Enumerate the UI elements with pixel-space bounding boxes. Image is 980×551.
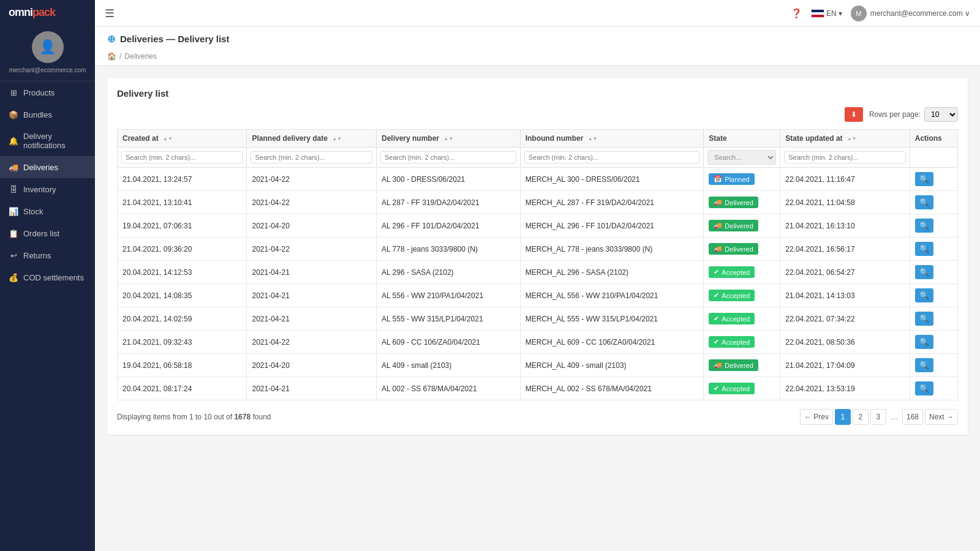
help-icon[interactable]: ❓ bbox=[791, 8, 802, 19]
rows-per-page-select[interactable]: 102550100 bbox=[924, 107, 958, 122]
table-row: 21.04.2021, 13:10:41 2021-04-22 AL 287 -… bbox=[118, 191, 958, 214]
cell-state: ✔ Accepted bbox=[704, 377, 780, 400]
col-header-planned_delivery_date[interactable]: Planned delivery date ▲▼ bbox=[247, 130, 376, 148]
view-button[interactable]: 🔍 bbox=[915, 265, 933, 279]
pagination-prev[interactable]: ← Prev bbox=[800, 409, 833, 425]
sort-icon: ▲▼ bbox=[443, 137, 453, 141]
view-button[interactable]: 🔍 bbox=[915, 288, 933, 302]
sidebar-item-cod-settlements[interactable]: 💰COD settlements bbox=[0, 266, 95, 288]
language-selector[interactable]: EN ▾ bbox=[811, 9, 842, 18]
content-area: Delivery list ⬇ Rows per page: 102550100… bbox=[95, 66, 980, 551]
filter-state-select[interactable]: Search... bbox=[707, 150, 776, 165]
breadcrumb-separator: / bbox=[119, 52, 121, 61]
state-badge: 🚚 Delivered bbox=[709, 220, 758, 231]
sidebar-item-label: Returns bbox=[23, 251, 51, 260]
sidebar-item-bundles[interactable]: 📦Bundles bbox=[0, 103, 95, 126]
filter-inbound_number-input[interactable] bbox=[524, 151, 700, 163]
cell-state-updated: 22.04.2021, 16:56:17 bbox=[780, 238, 910, 261]
pagination-next[interactable]: Next → bbox=[925, 409, 958, 425]
view-button[interactable]: 🔍 bbox=[915, 312, 933, 326]
export-button[interactable]: ⬇ bbox=[845, 107, 863, 122]
col-header-inbound_number[interactable]: Inbound number ▲▼ bbox=[520, 130, 704, 148]
state-badge: ✔ Accepted bbox=[709, 313, 755, 324]
cell-inbound-number: MERCH_AL 409 - small (2103) bbox=[520, 354, 704, 377]
cell-state-updated: 21.04.2021, 16:13:10 bbox=[780, 214, 910, 238]
menu-toggle[interactable]: ☰ bbox=[105, 7, 115, 20]
view-button[interactable]: 🔍 bbox=[915, 242, 933, 256]
cell-delivery-number: AL 609 - CC 106/ZA0/04/2021 bbox=[376, 331, 520, 354]
sidebar-item-deliveries[interactable]: 🚚Deliveries bbox=[0, 156, 95, 178]
returns-icon: ↩ bbox=[9, 250, 18, 260]
view-button[interactable]: 🔍 bbox=[915, 381, 933, 395]
cell-delivery-number: AL 296 - SASA (2102) bbox=[376, 261, 520, 284]
page-heading: ⊕ Deliveries — Delivery list bbox=[95, 27, 980, 50]
deliveries-icon: ⊕ bbox=[107, 33, 115, 45]
col-header-delivery_number[interactable]: Delivery number ▲▼ bbox=[376, 130, 520, 148]
filter-state_updated_at-input[interactable] bbox=[784, 151, 905, 163]
state-badge: ✔ Accepted bbox=[709, 383, 755, 394]
cell-actions: 🔍 bbox=[910, 284, 957, 307]
cell-state-updated: 22.04.2021, 11:16:47 bbox=[780, 168, 910, 191]
cell-state: 🚚 Delivered bbox=[704, 354, 780, 377]
sidebar-profile: 👤 merchant@ecommerce.com bbox=[0, 25, 95, 81]
cell-planned-date: 2021-04-21 bbox=[247, 261, 376, 284]
cell-inbound-number: MERCH_AL 300 - DRESS/06/2021 bbox=[520, 168, 704, 191]
cell-inbound-number: MERCH_AL 555 - WW 315/LP1/04/2021 bbox=[520, 307, 704, 331]
cell-created-at: 21.04.2021, 13:24:57 bbox=[118, 168, 247, 191]
user-menu[interactable]: M merchant@ecommerce.com ∨ bbox=[851, 6, 970, 21]
col-header-created_at[interactable]: Created at ▲▼ bbox=[118, 130, 247, 148]
sidebar-item-returns[interactable]: ↩Returns bbox=[0, 244, 95, 266]
view-button[interactable]: 🔍 bbox=[915, 172, 933, 186]
page-btn-1[interactable]: 1 bbox=[835, 409, 851, 425]
state-icon: ✔ bbox=[714, 384, 719, 392]
filter-cell-state: Search... bbox=[704, 148, 780, 168]
sidebar-item-stock[interactable]: 📊Stock bbox=[0, 200, 95, 222]
filter-planned_delivery_date-input[interactable] bbox=[251, 151, 372, 163]
cell-actions: 🔍 bbox=[910, 331, 957, 354]
page-btn-2[interactable]: 2 bbox=[853, 409, 869, 425]
cell-actions: 🔍 bbox=[910, 214, 957, 238]
cell-state: 🚚 Delivered bbox=[704, 191, 780, 214]
view-button[interactable]: 🔍 bbox=[915, 358, 933, 372]
table-row: 20.04.2021, 14:02:59 2021-04-21 AL 555 -… bbox=[118, 307, 958, 331]
filter-created_at-input[interactable] bbox=[121, 151, 243, 163]
cell-inbound-number: MERCH_AL 296 - SASA (2102) bbox=[520, 261, 704, 284]
sort-icon: ▲▼ bbox=[847, 137, 857, 141]
breadcrumb-home[interactable]: 🏠 bbox=[107, 52, 116, 61]
sidebar-item-orders-list[interactable]: 📋Orders list bbox=[0, 222, 95, 244]
sidebar: omnipack 👤 merchant@ecommerce.com ⊞Produ… bbox=[0, 0, 95, 551]
cell-delivery-number: AL 556 - WW 210/PA1/04/2021 bbox=[376, 284, 520, 307]
delivery-notifications-icon: 🔔 bbox=[9, 136, 18, 146]
cell-inbound-number: MERCH_AL 556 - WW 210/PA1/04/2021 bbox=[520, 284, 704, 307]
cell-planned-date: 2021-04-22 bbox=[247, 168, 376, 191]
sidebar-item-delivery-notifications[interactable]: 🔔Delivery notifications bbox=[0, 126, 95, 156]
inventory-icon: 🗄 bbox=[9, 184, 18, 194]
page-btn-3[interactable]: 3 bbox=[870, 409, 886, 425]
cod-settlements-icon: 💰 bbox=[9, 272, 18, 282]
sidebar-item-products[interactable]: ⊞Products bbox=[0, 81, 95, 103]
cell-created-at: 21.04.2021, 09:36:20 bbox=[118, 238, 247, 261]
cell-state-updated: 21.04.2021, 17:04:09 bbox=[780, 354, 910, 377]
cell-state: 📅 Planned bbox=[704, 168, 780, 191]
table-filter-row: Search... bbox=[118, 148, 958, 168]
table-row: 21.04.2021, 09:32:43 2021-04-22 AL 609 -… bbox=[118, 331, 958, 354]
cell-state: ✔ Accepted bbox=[704, 284, 780, 307]
view-button[interactable]: 🔍 bbox=[915, 335, 933, 349]
state-icon: ✔ bbox=[714, 315, 719, 323]
sort-icon: ▲▼ bbox=[163, 137, 173, 141]
flag-icon bbox=[811, 9, 824, 18]
avatar: 👤 bbox=[32, 31, 64, 63]
state-badge: ✔ Accepted bbox=[709, 336, 755, 348]
filter-delivery_number-input[interactable] bbox=[380, 151, 516, 163]
cell-delivery-number: AL 296 - FF 101/DA2/04/2021 bbox=[376, 214, 520, 238]
page-btn-168[interactable]: 168 bbox=[902, 409, 923, 425]
view-button[interactable]: 🔍 bbox=[915, 219, 933, 233]
view-button[interactable]: 🔍 bbox=[915, 195, 933, 209]
deliveries-icon: 🚚 bbox=[9, 162, 18, 172]
cell-inbound-number: MERCH_AL 609 - CC 106/ZA0/04/2021 bbox=[520, 331, 704, 354]
state-badge: 🚚 Delivered bbox=[709, 243, 758, 255]
sidebar-item-inventory[interactable]: 🗄Inventory bbox=[0, 178, 95, 200]
cell-state-updated: 21.04.2021, 14:13:03 bbox=[780, 284, 910, 307]
col-header-state_updated_at[interactable]: State updated at ▲▼ bbox=[780, 130, 910, 148]
chevron-down-icon: ▾ bbox=[839, 9, 842, 18]
